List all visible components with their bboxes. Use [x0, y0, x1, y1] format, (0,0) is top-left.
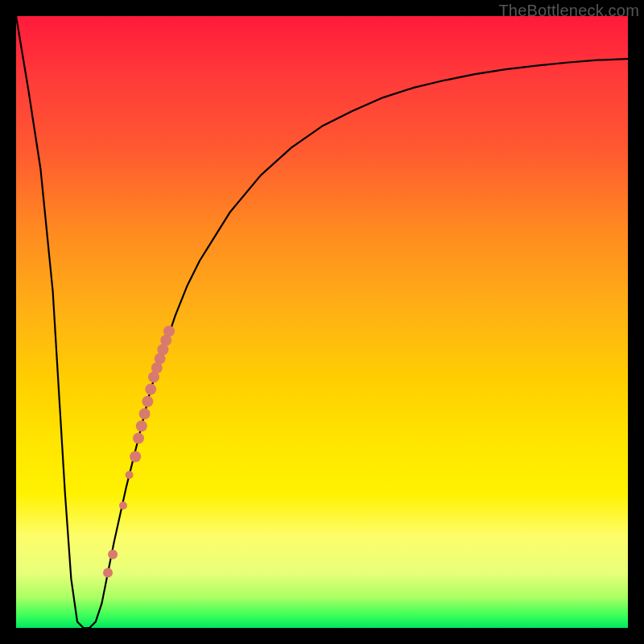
data-marker: [136, 420, 147, 431]
data-marker: [133, 432, 144, 444]
data-marker: [103, 568, 113, 578]
data-marker: [119, 502, 127, 510]
data-marker: [142, 396, 153, 407]
data-marker: [163, 325, 175, 336]
data-marker: [145, 384, 156, 395]
chart-frame: TheBottleneck.com: [0, 0, 644, 644]
watermark-text: TheBottleneck.com: [498, 2, 639, 20]
chart-overlay: [16, 16, 628, 628]
data-marker: [108, 550, 118, 559]
data-marker: [126, 471, 134, 479]
data-marker: [130, 451, 141, 462]
bottleneck-curve: [16, 16, 628, 628]
data-marker: [139, 408, 151, 419]
